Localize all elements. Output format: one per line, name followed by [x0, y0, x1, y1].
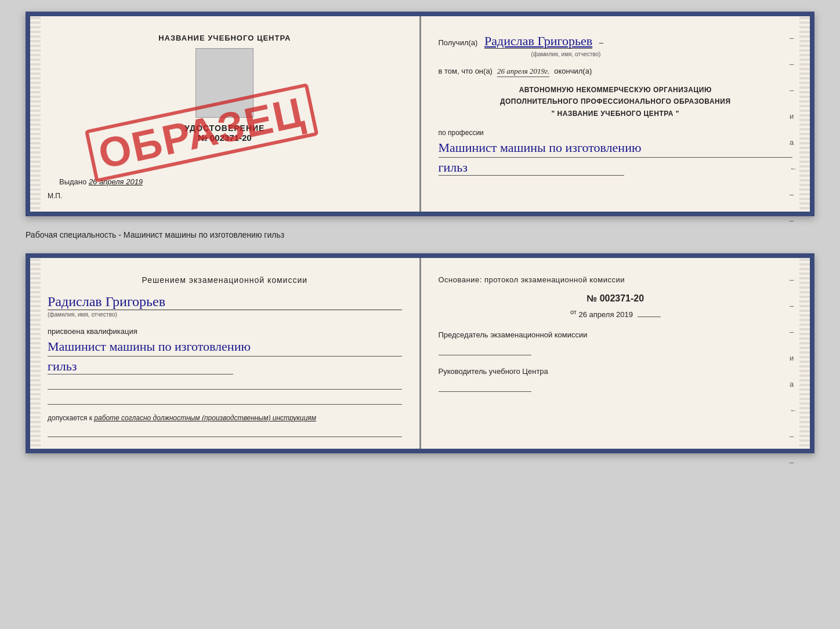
bottom-doc-left: Решением экзаменационной комиссии Радисл…: [30, 258, 421, 449]
dash: –: [599, 38, 603, 47]
center-name-top: НАЗВАНИЕ УЧЕБНОГО ЦЕНТРА: [48, 34, 402, 42]
top-doc-left: НАЗВАНИЕ УЧЕБНОГО ЦЕНТРА ОБРАЗЕЦ УДОСТОВ…: [30, 16, 421, 212]
side-dashes-bottom: – – – и а ← – –: [790, 275, 797, 467]
received-name: Радислав Григорьев: [484, 34, 592, 49]
org-line1: АВТОНОМНУЮ НЕКОММЕРЧЕСКУЮ ОРГАНИЗАЦИЮ: [439, 84, 793, 96]
profession-value: Машинист машины по изготовлению: [439, 139, 793, 158]
allowed-text: допускается к работе согласно должностны…: [48, 414, 402, 422]
person-name-cursive: Радислав Григорьев: [48, 294, 402, 310]
completed-prefix: в том, что он(а): [439, 67, 493, 75]
person-name-block: Радислав Григорьев (фамилия, имя, отчест…: [48, 294, 402, 318]
middle-label: Рабочая специальность - Машинист машины …: [26, 228, 814, 242]
org-line3: " НАЗВАНИЕ УЧЕБНОГО ЦЕНТРА ": [439, 108, 793, 119]
bottom-document: Решением экзаменационной комиссии Радисл…: [26, 253, 814, 453]
commission-chair-label: Председатель экзаменационной комиссии: [439, 330, 793, 339]
received-sub: (фамилия, имя, отчество): [479, 51, 653, 57]
top-doc-right: – – – и а ← – – Получил(а) Радислав Григ…: [421, 16, 810, 212]
basis-title: Основание: протокол экзаменационной коми…: [439, 275, 793, 284]
top-document: НАЗВАНИЕ УЧЕБНОГО ЦЕНТРА ОБРАЗЕЦ УДОСТОВ…: [26, 12, 814, 216]
protocol-date: от 26 апреля 2019: [439, 308, 793, 319]
protocol-number: № 002371-20: [439, 293, 793, 304]
commission-signature-line: [439, 344, 531, 355]
issued-prefix: Выдано: [59, 177, 86, 186]
stamp-area: ОБРАЗЕЦ УДОСТОВЕРЕНИЕ № 002371-20: [48, 123, 402, 143]
org-block: АВТОНОМНУЮ НЕКОММЕРЧЕСКУЮ ОРГАНИЗАЦИЮ ДО…: [439, 84, 793, 119]
completed-date: 26 апреля 2019г.: [497, 67, 549, 77]
qualification-label: присвоена квалификация: [48, 327, 402, 336]
completed-line: в том, что он(а) 26 апреля 2019г. окончи…: [439, 67, 793, 77]
mp-label: М.П.: [48, 192, 402, 200]
received-prefix: Получил(а): [439, 38, 478, 47]
head-signature-line: [439, 380, 531, 392]
received-line: Получил(а) Радислав Григорьев –: [439, 34, 793, 49]
profession-label: по профессии: [439, 129, 793, 137]
blank-line-2: [48, 393, 402, 405]
protocol-date-value: 26 апреля 2019: [578, 310, 633, 319]
allowed-prefix: допускается к: [48, 414, 92, 422]
blank-line-1: [48, 378, 402, 390]
qualification-value2: гильз: [48, 359, 233, 375]
allowed-value: работе согласно должностным (производств…: [94, 414, 316, 422]
decision-title: Решением экзаменационной комиссии: [48, 275, 402, 285]
bottom-doc-right: – – – и а ← – – Основание: протокол экза…: [421, 258, 810, 449]
profession-value2: гильз: [439, 160, 624, 176]
completed-suffix: окончил(а): [554, 67, 592, 75]
head-label: Руководитель учебного Центра: [439, 367, 793, 376]
qualification-value: Машинист машины по изготовлению: [48, 338, 402, 357]
side-dashes-top: – – – и а ← – –: [790, 34, 797, 225]
protocol-date-prefix: от: [570, 308, 577, 315]
org-line2: ДОПОЛНИТЕЛЬНОГО ПРОФЕССИОНАЛЬНОГО ОБРАЗО…: [439, 96, 793, 107]
blank-line-3: [48, 426, 402, 437]
person-sub: (фамилия, имя, отчество): [48, 311, 402, 318]
